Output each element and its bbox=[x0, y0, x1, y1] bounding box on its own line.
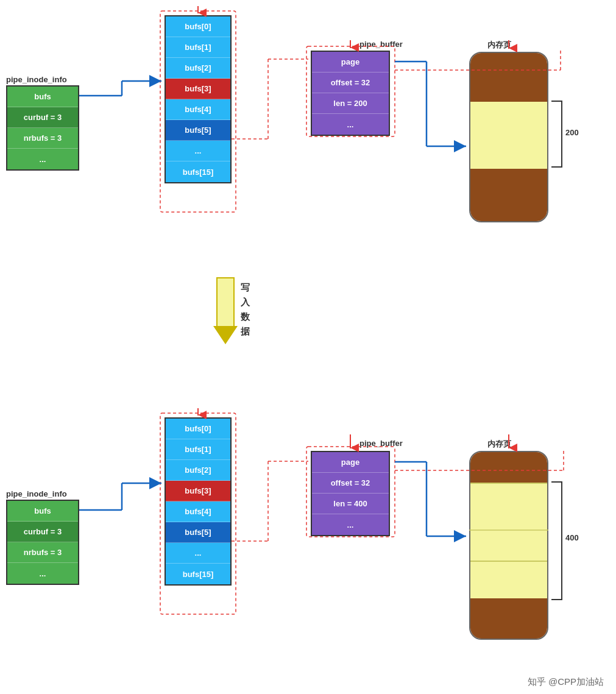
top-bracket bbox=[551, 101, 562, 168]
top-size-label: 200 bbox=[565, 128, 579, 137]
top-pb-page: page bbox=[312, 52, 389, 73]
write-label: 写入数据 bbox=[241, 280, 250, 339]
top-bufs-2: bufs[2] bbox=[166, 58, 230, 79]
top-mem-yellow bbox=[470, 102, 547, 169]
bot-cell-curbuf: curbuf = 3 bbox=[7, 522, 78, 542]
top-pipe-inode: bufs curbuf = 3 nrbufs = 3 ... bbox=[6, 85, 79, 171]
bot-pb-dots: ... bbox=[312, 514, 389, 535]
bot-bufs-3: bufs[3] bbox=[166, 481, 230, 501]
top-mem-bottom-brown bbox=[470, 169, 547, 222]
top-bufs-array: bufs[0] bufs[1] bufs[2] bufs[3] bufs[4] … bbox=[165, 15, 232, 183]
bot-bufs-array: bufs[0] bufs[1] bufs[2] bufs[3] bufs[4] … bbox=[165, 417, 232, 586]
bot-mem-yellow2 bbox=[470, 562, 547, 598]
top-mem-label: 内存页 bbox=[487, 40, 511, 51]
top-bufs-3: bufs[3] bbox=[166, 79, 230, 99]
top-cell-bufs: bufs bbox=[7, 87, 78, 107]
top-cell-nrbufs: nrbufs = 3 bbox=[7, 128, 78, 149]
bot-mem-yellow1 bbox=[470, 483, 547, 562]
top-cell-dots: ... bbox=[7, 149, 78, 169]
write-arrow-container bbox=[210, 277, 241, 344]
bot-cell-nrbufs: nrbufs = 3 bbox=[7, 542, 78, 563]
bot-size-label: 400 bbox=[565, 533, 579, 542]
bot-bufs-0: bufs[0] bbox=[166, 419, 230, 439]
bot-bufs-2: bufs[2] bbox=[166, 460, 230, 481]
bot-pb-offset: offset = 32 bbox=[312, 473, 389, 494]
top-cell-curbuf: curbuf = 3 bbox=[7, 107, 78, 128]
top-bufs-0: bufs[0] bbox=[166, 16, 230, 37]
write-arrow-shaft bbox=[216, 277, 235, 326]
bot-bufs-1: bufs[1] bbox=[166, 439, 230, 460]
top-pb-offset: offset = 32 bbox=[312, 73, 389, 93]
top-pipe-buffer: page offset = 32 len = 200 ... bbox=[311, 51, 390, 136]
top-pipe-inode-label: pipe_inode_info bbox=[6, 75, 67, 84]
bot-bufs-4: bufs[4] bbox=[166, 501, 230, 522]
top-bufs-dots: ... bbox=[166, 141, 230, 161]
bot-pb-page: page bbox=[312, 452, 389, 473]
bot-pipe-buffer-label: pipe_buffer bbox=[359, 439, 403, 448]
bot-cell-bufs: bufs bbox=[7, 501, 78, 522]
bot-bufs-15: bufs[15] bbox=[166, 564, 230, 584]
write-arrow-head bbox=[213, 326, 238, 344]
diagram-container: bufs curbuf = 3 nrbufs = 3 ... pipe_inod… bbox=[0, 0, 616, 694]
bot-mem-page bbox=[469, 451, 548, 640]
bot-bufs-5: bufs[5] bbox=[166, 522, 230, 543]
bot-bracket bbox=[551, 481, 562, 600]
top-bufs-4: bufs[4] bbox=[166, 99, 230, 120]
bot-pipe-inode: bufs curbuf = 3 nrbufs = 3 ... bbox=[6, 500, 79, 585]
bot-pb-len: len = 400 bbox=[312, 494, 389, 514]
top-bufs-5: bufs[5] bbox=[166, 120, 230, 141]
bot-bufs-dots: ... bbox=[166, 543, 230, 564]
top-mem-top-brown bbox=[470, 53, 547, 102]
bot-pipe-inode-label: pipe_inode_info bbox=[6, 489, 67, 498]
watermark: 知乎 @CPP加油站 bbox=[528, 676, 604, 688]
bot-mem-top-brown bbox=[470, 452, 547, 483]
top-pb-len: len = 200 bbox=[312, 93, 389, 114]
top-pipe-buffer-label: pipe_buffer bbox=[359, 40, 403, 49]
bot-pipe-buffer: page offset = 32 len = 400 ... bbox=[311, 451, 390, 536]
bot-cell-dots: ... bbox=[7, 563, 78, 584]
bot-mem-label: 内存页 bbox=[487, 439, 511, 450]
top-bufs-1: bufs[1] bbox=[166, 37, 230, 58]
top-bufs-15: bufs[15] bbox=[166, 161, 230, 182]
bot-mem-bottom-brown bbox=[470, 598, 547, 640]
top-pb-dots: ... bbox=[312, 114, 389, 135]
top-mem-page bbox=[469, 52, 548, 222]
